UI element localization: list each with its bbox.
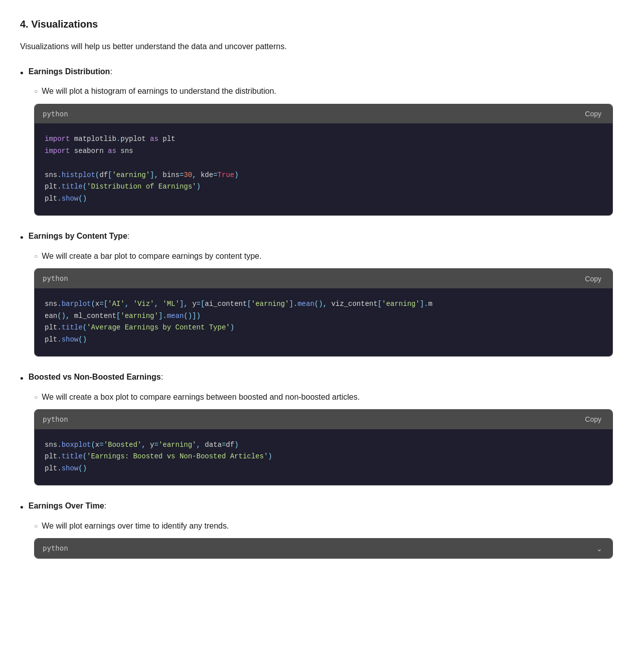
bullet-dot: • (20, 371, 24, 387)
code-header: python Copy (35, 104, 612, 123)
bullet-dot: • (20, 500, 24, 516)
sub-text: We will plot a histogram of earnings to … (42, 85, 276, 98)
code-block-4: python ⌄ (34, 538, 613, 558)
item-label: Boosted vs Non-Boosted Earnings: (29, 371, 163, 384)
code-header: python Copy (35, 269, 612, 288)
sub-item: ○ We will create a bar plot to compare e… (34, 250, 613, 263)
collapse-button-4[interactable]: ⌄ (592, 542, 606, 556)
item-label: Earnings Over Time: (29, 499, 106, 513)
sub-text: We will create a box plot to compare ear… (42, 391, 360, 404)
code-lang: python (43, 108, 68, 119)
copy-button-2[interactable]: Copy (582, 274, 604, 284)
sub-item: ○ We will plot a histogram of earnings t… (34, 85, 613, 98)
sub-text: We will create a bar plot to compare ear… (42, 250, 261, 263)
bullet-dot: • (20, 230, 24, 246)
section-intro: Visualizations will help us better under… (20, 40, 613, 53)
code-body-2: sns.barplot(x=['AI', 'Viz', 'ML'], y=[ai… (35, 288, 612, 356)
sub-text: We will plot earnings over time to ident… (42, 520, 229, 533)
list-item: • Earnings Over Time: ○ We will plot ear… (20, 499, 613, 559)
section-title: 4. Visualizations (20, 16, 613, 32)
code-body-1: import matplotlib.pyplot as plt import s… (35, 123, 612, 215)
page-content: 4. Visualizations Visualizations will he… (20, 16, 613, 559)
item-label: Earnings by Content Type: (29, 230, 130, 243)
code-block-1: python Copy import matplotlib.pyplot as … (34, 104, 613, 216)
code-body-3: sns.boxplot(x='Boosted', y='earning', da… (35, 429, 612, 485)
copy-button-3[interactable]: Copy (582, 414, 604, 424)
code-lang: python (43, 543, 68, 554)
code-header: python Copy (35, 410, 612, 429)
item-label: Earnings Distribution: (29, 65, 112, 78)
sub-item: ○ We will plot earnings over time to ide… (34, 520, 613, 533)
sub-dot: ○ (34, 393, 38, 402)
bullet-dot: • (20, 66, 24, 81)
code-lang: python (43, 273, 68, 284)
list-item: • Earnings by Content Type: ○ We will cr… (20, 230, 613, 357)
sub-dot: ○ (34, 522, 38, 531)
list-item: • Boosted vs Non-Boosted Earnings: ○ We … (20, 371, 613, 485)
copy-button-1[interactable]: Copy (582, 109, 604, 119)
code-lang: python (43, 414, 68, 425)
sub-dot: ○ (34, 252, 38, 261)
code-header: python ⌄ (35, 539, 612, 558)
code-block-3: python Copy sns.boxplot(x='Boosted', y='… (34, 409, 613, 485)
code-block-2: python Copy sns.barplot(x=['AI', 'Viz', … (34, 268, 613, 357)
list-item: • Earnings Distribution: ○ We will plot … (20, 65, 613, 216)
visualization-list: • Earnings Distribution: ○ We will plot … (20, 65, 613, 559)
sub-dot: ○ (34, 87, 38, 96)
sub-item: ○ We will create a box plot to compare e… (34, 391, 613, 404)
